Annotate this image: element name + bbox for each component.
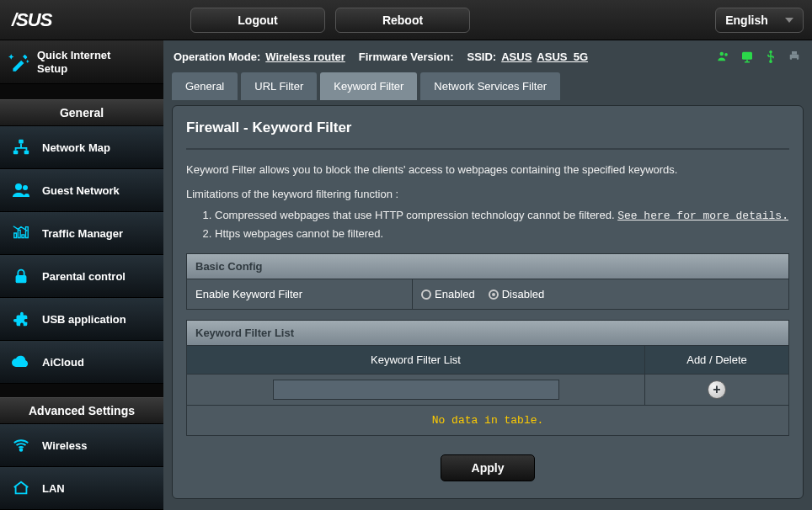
brand-logo: /SUS	[8, 9, 81, 31]
sidebar-item-label: LAN	[42, 482, 65, 495]
tab-general[interactable]: General	[172, 72, 238, 100]
sidebar-item-label: Wireless	[42, 439, 87, 452]
ssid-label: SSID:	[467, 50, 497, 63]
traffic-manager-icon	[10, 222, 32, 244]
network-status-icon[interactable]	[740, 49, 755, 64]
reboot-button[interactable]: Reboot	[335, 8, 470, 33]
tab-url-filter[interactable]: URL Filter	[241, 72, 317, 100]
users-icon[interactable]	[716, 49, 731, 64]
sidebar-item-wireless[interactable]: Wireless	[0, 424, 163, 467]
tab-network-services-filter[interactable]: Network Services Filter	[420, 72, 560, 100]
svg-point-4	[23, 185, 28, 190]
sidebar-item-label: USB application	[42, 313, 126, 326]
chevron-down-icon	[785, 18, 793, 23]
radio-disabled-label: Disabled	[502, 288, 545, 300]
tab-keyword-filter[interactable]: Keyword Filter	[320, 72, 417, 100]
limitations-label: Limitations of the keyword filtering fun…	[186, 188, 789, 200]
page-title: Firewall - Keyword Filter	[186, 120, 789, 136]
svg-rect-5	[16, 275, 27, 283]
svg-rect-2	[24, 151, 29, 155]
wifi-icon	[10, 434, 32, 456]
enable-keyword-filter-label: Enable Keyword Filter	[187, 279, 413, 309]
panel: Firewall - Keyword Filter Keyword Filter…	[172, 105, 804, 499]
quick-internet-setup[interactable]: Quick InternetSetup	[0, 40, 163, 84]
fw-label: Firmware Version:	[359, 50, 454, 63]
sidebar-item-label: Network Map	[42, 141, 110, 154]
radio-icon	[489, 290, 499, 300]
op-mode-value[interactable]: Wireless router	[265, 50, 345, 63]
col-keyword: Keyword Filter List	[187, 346, 645, 374]
radio-enabled[interactable]: Enabled	[421, 288, 475, 300]
svg-rect-12	[792, 51, 797, 55]
radio-icon	[421, 290, 431, 300]
svg-point-10	[770, 61, 772, 62]
apply-button[interactable]: Apply	[441, 454, 536, 481]
add-button[interactable]: +	[708, 380, 726, 399]
main-content: Operation Mode: Wireless router Firmware…	[163, 40, 812, 510]
divider	[186, 148, 789, 150]
no-data-message: No data in table.	[187, 405, 788, 435]
sidebar-item-usb-application[interactable]: USB application	[0, 298, 163, 341]
svg-rect-9	[742, 52, 752, 60]
sidebar-item-label: AiCloud	[42, 356, 84, 369]
qis-label: Quick InternetSetup	[37, 49, 110, 75]
sidebar: Quick InternetSetup General Network Map …	[0, 40, 163, 510]
tabs: General URL Filter Keyword Filter Networ…	[172, 72, 804, 100]
cloud-icon	[10, 351, 32, 373]
col-action: Add / Delete	[645, 346, 788, 374]
general-section-head: General	[0, 99, 163, 126]
sidebar-item-aicloud[interactable]: AiCloud	[0, 341, 163, 384]
language-select[interactable]: English	[715, 8, 804, 33]
printer-status-icon[interactable]	[787, 49, 802, 64]
sidebar-item-label: Parental control	[42, 270, 126, 283]
plus-icon: +	[713, 382, 720, 397]
sidebar-item-traffic-manager[interactable]: Traffic Manager	[0, 212, 163, 255]
op-mode-label: Operation Mode:	[174, 50, 260, 63]
keyword-input[interactable]	[273, 380, 559, 400]
sidebar-item-lan[interactable]: LAN	[0, 467, 163, 510]
svg-rect-13	[792, 58, 797, 61]
ssid-value-2[interactable]: ASUS_5G	[537, 50, 588, 63]
svg-point-7	[720, 52, 724, 56]
svg-point-6	[20, 449, 23, 451]
svg-rect-1	[13, 151, 19, 155]
logout-button[interactable]: Logout	[190, 8, 325, 33]
svg-point-3	[15, 183, 22, 190]
network-map-icon	[10, 136, 32, 158]
radio-disabled[interactable]: Disabled	[489, 288, 545, 300]
limitation-item: Https webpages cannot be filtered.	[215, 227, 789, 240]
puzzle-icon	[10, 308, 32, 330]
lock-icon	[10, 265, 32, 287]
keyword-filter-list-block: Keyword Filter List Keyword Filter List …	[186, 320, 789, 436]
language-label: English	[725, 13, 768, 27]
limitations-list: Compressed webpages that use HTTP compre…	[186, 209, 789, 240]
sidebar-item-guest-network[interactable]: Guest Network	[0, 169, 163, 212]
keyword-filter-list-header: Keyword Filter List	[187, 321, 788, 345]
limitation-item: Compressed webpages that use HTTP compre…	[215, 209, 789, 222]
wand-icon	[8, 51, 30, 73]
sidebar-item-label: Traffic Manager	[42, 227, 123, 240]
ssid-value-1[interactable]: ASUS	[501, 50, 532, 63]
status-row: Operation Mode: Wireless router Firmware…	[172, 47, 804, 72]
page-description: Keyword Filter allows you to block the c…	[186, 163, 789, 176]
svg-point-8	[724, 53, 728, 56]
advanced-section-head: Advanced Settings	[0, 397, 163, 424]
basic-config-header: Basic Config	[187, 254, 788, 279]
sidebar-item-label: Guest Network	[42, 184, 120, 197]
home-icon	[10, 477, 32, 499]
radio-enabled-label: Enabled	[435, 288, 475, 300]
sidebar-item-parental-control[interactable]: Parental control	[0, 255, 163, 298]
svg-rect-0	[19, 140, 24, 144]
usb-status-icon[interactable]	[763, 49, 778, 64]
basic-config-block: Basic Config Enable Keyword Filter Enabl…	[186, 253, 789, 310]
guest-network-icon	[10, 179, 32, 201]
top-bar: /SUS Logout Reboot English	[0, 0, 812, 40]
see-details-link[interactable]: See here for more details.	[617, 210, 788, 222]
sidebar-item-network-map[interactable]: Network Map	[0, 126, 163, 169]
